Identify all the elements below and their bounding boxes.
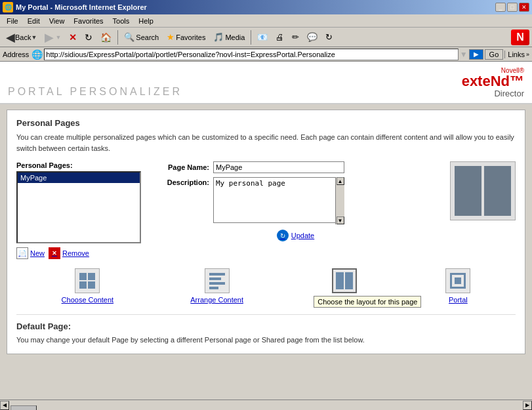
choose-content-label: Choose Content (62, 296, 114, 304)
window-title: My Portal - Microsoft Internet Explorer (16, 3, 147, 11)
arrange-content-icon (205, 268, 230, 293)
brand-sub: Director (494, 89, 524, 98)
section-title: Personal Pages (16, 118, 516, 128)
history-button[interactable]: 📧 (254, 30, 271, 44)
address-input[interactable] (46, 51, 456, 58)
address-bar: Address 🌐 ▼ ▶ Go Links » (0, 47, 532, 62)
choose-layout-action[interactable]: Choose Layout Choose the layout for this… (320, 268, 369, 304)
section-desc: You can create multiple personalized pag… (16, 132, 516, 154)
menu-favorites[interactable]: Favorites (70, 16, 107, 26)
main-content: Personal Pages You can create multiple p… (0, 104, 532, 400)
list-item[interactable]: MyPage (18, 173, 140, 183)
description-wrapper: My personal page ▲ ▼ (213, 177, 344, 224)
menu-tools[interactable]: Tools (109, 16, 134, 26)
edit-button[interactable]: ✏ (289, 30, 302, 44)
choose-content-icon (75, 268, 100, 293)
arrange-content-action[interactable]: Arrange Content (190, 268, 243, 304)
separator-2 (251, 30, 251, 45)
portal-label: Portal (449, 296, 468, 304)
portal-icon (445, 268, 470, 293)
remove-icon: ✕ (49, 247, 60, 259)
links-label: Links (504, 51, 525, 58)
pages-listbox[interactable]: MyPage (16, 171, 141, 243)
scroll-down-button[interactable]: ▼ (337, 216, 344, 224)
menu-bar: File Edit View Favorites Tools Help (0, 14, 532, 28)
menu-help[interactable]: Help (134, 16, 157, 26)
window-controls[interactable]: _ □ ✕ (495, 3, 529, 12)
tooltip: Choose the layout for this page (314, 296, 421, 308)
address-label: Address (3, 51, 29, 58)
new-icon: 📄 (16, 247, 28, 259)
description-textarea[interactable]: My personal page (213, 177, 344, 223)
layout-preview (450, 161, 516, 220)
home-button[interactable]: 🏠 (97, 30, 115, 45)
page-name-input[interactable] (213, 161, 344, 173)
maximize-button[interactable]: □ (507, 3, 518, 12)
menu-edit[interactable]: Edit (24, 16, 44, 26)
pages-list-area: Personal Pages: MyPage 📄 New (16, 161, 141, 259)
title-bar: 🌐 My Portal - Microsoft Internet Explore… (0, 0, 532, 14)
portal-title: PORTAL PERSONALIZER (8, 86, 182, 98)
new-button[interactable]: 📄 New (16, 247, 45, 259)
media-button[interactable]: 🎵 Media (210, 30, 248, 44)
minimize-button[interactable]: _ (495, 3, 506, 12)
page-name-row: Page Name: (150, 161, 441, 173)
scroll-right-button[interactable]: ▶ (523, 401, 532, 410)
update-row: ↻ Update (150, 230, 441, 241)
choose-layout-icon (332, 268, 357, 293)
h-scrollbar: ◀ ▶ (0, 400, 532, 410)
page-name-label: Page Name: (150, 163, 209, 171)
default-page-section: Default Page: You may change your defaul… (16, 314, 516, 346)
refresh-button[interactable]: ↻ (81, 30, 96, 45)
default-desc: You may change your default Page by sele… (16, 335, 516, 346)
toolbar: ◀ Back ▼ ▶ ▼ ✕ ↻ 🏠 🔍 Search ★ Favorites … (0, 28, 532, 47)
discuss-button[interactable]: 💬 (304, 30, 321, 44)
menu-view[interactable]: View (45, 16, 69, 26)
window-icon: 🌐 (3, 2, 13, 12)
layout-col-1 (455, 166, 481, 216)
novell-toolbar-icon: N (511, 30, 529, 45)
stop-button[interactable]: ✕ (66, 30, 80, 45)
layout-col-2 (484, 166, 511, 216)
go-button[interactable]: Go (485, 49, 504, 60)
separator-1 (117, 30, 118, 45)
close-button[interactable]: ✕ (519, 3, 529, 12)
forward-button[interactable]: ▶ ▼ (41, 28, 64, 47)
pages-list-label: Personal Pages: (16, 161, 141, 169)
update-icon: ↻ (277, 230, 289, 241)
back-button[interactable]: ◀ Back ▼ (3, 28, 40, 47)
search-button[interactable]: 🔍 Search (121, 30, 162, 44)
description-row: Description: My personal page ▲ ▼ (150, 177, 441, 224)
brand-product: exteNd™ (462, 74, 524, 89)
portal-header: PORTAL PERSONALIZER Novell® exteNd™ Dire… (0, 62, 532, 104)
textarea-scrollbar: ▲ ▼ (335, 177, 344, 224)
update-button[interactable]: ↻ Update (277, 230, 314, 241)
menu-file[interactable]: File (3, 16, 22, 26)
print-button[interactable]: 🖨 (272, 30, 287, 44)
favorites-button[interactable]: ★ Favorites (163, 30, 209, 44)
scroll-up-button[interactable]: ▲ (337, 177, 344, 185)
h-scroll-thumb[interactable] (10, 405, 37, 411)
content-panel: Personal Pages You can create multiple p… (7, 110, 525, 354)
description-label: Description: (150, 177, 209, 186)
arrange-content-label: Arrange Content (190, 296, 243, 304)
page-form: Page Name: Description: My personal page… (150, 161, 441, 241)
nav-arrow-right[interactable]: ▶ (469, 49, 483, 60)
pages-buttons: 📄 New ✕ Remove (16, 247, 141, 259)
novell-logo: Novell® exteNd™ Director (462, 67, 524, 98)
default-title: Default Page: (16, 321, 516, 331)
scroll-left-button[interactable]: ◀ (0, 401, 9, 410)
action-icons-row: Choose Content Arrange Content (16, 268, 516, 304)
remove-button[interactable]: ✕ Remove (49, 247, 89, 259)
refresh2-button[interactable]: ↻ (322, 30, 336, 44)
choose-content-action[interactable]: Choose Content (62, 268, 114, 304)
portal-action[interactable]: Portal (445, 268, 470, 304)
